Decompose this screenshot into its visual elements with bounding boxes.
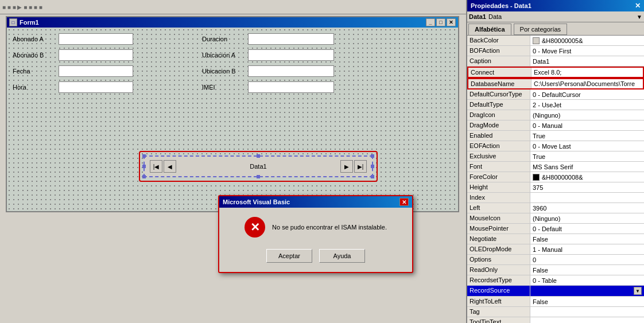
maximize-button[interactable]: □	[436, 18, 445, 26]
input-abonado-b[interactable]	[59, 49, 133, 61]
label-imei: IMEI	[202, 84, 248, 91]
form-icon: □	[9, 18, 17, 26]
handle-br[interactable]	[371, 175, 374, 178]
nav-last-button[interactable]: ▶|	[354, 160, 367, 173]
tab-alphabetic[interactable]: Alfabética	[468, 24, 511, 35]
prop-name-left: Left	[467, 203, 530, 213]
prop-row-tag: Tag	[467, 307, 644, 317]
input-duracion[interactable]	[248, 33, 334, 45]
prop-value-left: 3960	[530, 203, 644, 213]
prop-value-mousepointer: 0 - Default	[530, 224, 644, 234]
handle-tl[interactable]	[142, 154, 146, 158]
prop-name-eofaction: EOFAction	[467, 141, 530, 151]
handle-tr[interactable]	[371, 154, 374, 158]
input-imei[interactable]	[248, 81, 334, 93]
form-row-3: Fecha Ubicacion B	[13, 65, 452, 77]
prop-name-righttoleft: RightToLeft	[467, 297, 530, 306]
accept-button[interactable]: Aceptar	[266, 249, 312, 263]
dialog-message-row: ✕ No se pudo encontrar el ISAM instalabl…	[245, 217, 387, 238]
prop-row-defaultcursortype: DefaultCursorType 0 - DefaultCursor	[467, 89, 644, 100]
toolbar-placeholder: ■ ■ ■ ▶ ■ ■ ■ ■	[2, 4, 42, 10]
handle-bl[interactable]	[142, 175, 146, 178]
tab-categories[interactable]: Por categorías	[514, 24, 568, 35]
prop-value-dragicon: (Ninguno)	[530, 110, 644, 120]
nav-next-button[interactable]: ▶	[340, 160, 353, 173]
prop-name-negotiate: Negotiate	[467, 234, 530, 244]
form-title-left: □ Form1	[9, 18, 39, 26]
prop-name-tooltiptext: ToolTipText	[467, 317, 530, 323]
prop-row-options: Options 0	[467, 255, 644, 265]
input-ubicacion-b[interactable]	[248, 65, 334, 77]
object-type: Data	[488, 13, 502, 20]
prop-value-backcolor: &H80000005&	[530, 36, 644, 45]
label-abonado-b: Abonado B	[13, 52, 59, 59]
prop-row-righttoleft: RightToLeft False	[467, 297, 644, 307]
dialog-message: No se pudo encontrar el ISAM instalable.	[272, 224, 387, 231]
backcolor-swatch	[533, 37, 540, 44]
data-control-container: |◀ ◀ Data1 ▶ ▶|	[139, 151, 378, 182]
input-abonado-a[interactable]	[59, 33, 133, 45]
data-control[interactable]: |◀ ◀ Data1 ▶ ▶|	[143, 155, 373, 177]
prop-row-caption: Caption Data1	[467, 56, 644, 67]
recordsource-dropdown[interactable]: ▼	[634, 287, 642, 295]
properties-header: Propiedades - Data1 ✕	[467, 0, 644, 11]
prop-name-tag: Tag	[467, 307, 530, 317]
handle-bm[interactable]	[257, 175, 260, 178]
prop-name-exclusive: Exclusive	[467, 151, 530, 161]
prop-row-left: Left 3960	[467, 203, 644, 213]
prop-value-tag	[530, 307, 644, 317]
object-selector-arrow[interactable]: ▼	[637, 14, 642, 20]
prop-value-bofaction: 0 - Move First	[530, 46, 644, 56]
prop-name-forecolor: ForeColor	[467, 172, 530, 182]
nav-first-button[interactable]: |◀	[150, 160, 162, 173]
prop-row-eofaction: EOFAction 0 - Move Last	[467, 141, 644, 151]
properties-tabs: Alfabética Por categorías	[467, 22, 644, 36]
data-control-label: Data1	[177, 163, 340, 170]
prop-row-dragmode: DragMode 0 - Manual	[467, 120, 644, 131]
prop-value-readonly: False	[530, 265, 644, 275]
prop-name-dragmode: DragMode	[467, 120, 530, 130]
properties-close-button[interactable]: ✕	[635, 2, 641, 10]
prop-value-databasename[interactable]: C:\Users\Personal\Documents\Torre	[532, 79, 643, 88]
object-selector[interactable]: Data1 Data ▼	[467, 11, 644, 22]
prop-name-font: Font	[467, 162, 530, 172]
help-button[interactable]: Ayuda	[319, 249, 365, 263]
properties-panel: Propiedades - Data1 ✕ Data1 Data ▼ Alfab…	[466, 0, 644, 323]
nav-prev-button[interactable]: ◀	[164, 160, 176, 173]
prop-row-connect: Connect Excel 8.0;	[467, 67, 644, 78]
prop-value-negotiate: False	[530, 234, 644, 244]
prop-value-recordsource[interactable]: ▼	[530, 286, 644, 296]
prop-row-defaulttype: DefaultType 2 - UseJet	[467, 100, 644, 110]
vb-form-window: □ Form1 _ □ ✕ Abonado A Duracion Abonado…	[6, 16, 459, 212]
forecolor-swatch	[533, 174, 540, 181]
input-fecha[interactable]	[59, 65, 133, 77]
prop-row-height: Height 375	[467, 182, 644, 193]
input-ubicacion-a[interactable]	[248, 49, 334, 61]
label-duracion: Duracion	[202, 36, 248, 42]
prop-name-height: Height	[467, 182, 530, 192]
handle-tm[interactable]	[257, 154, 260, 158]
input-hora[interactable]	[59, 81, 133, 93]
titlebar-buttons[interactable]: _ □ ✕	[426, 18, 456, 26]
prop-value-connect[interactable]: Excel 8.0;	[532, 68, 643, 77]
prop-row-dragicon: DragIcon (Ninguno)	[467, 110, 644, 120]
prop-value-tooltiptext	[530, 317, 644, 323]
prop-row-readonly: ReadOnly False	[467, 265, 644, 275]
properties-title: Propiedades - Data1	[471, 2, 532, 9]
form-row-1: Abonado A Duracion	[13, 33, 452, 45]
prop-name-mousepointer: MousePointer	[467, 224, 530, 234]
handle-mr[interactable]	[371, 165, 374, 168]
dialog-close-button[interactable]: ✕	[399, 198, 409, 206]
prop-row-databasename: DatabaseName C:\Users\Personal\Documents…	[467, 78, 644, 89]
prop-row-oledropmode: OLEDropMode 1 - Manual	[467, 244, 644, 255]
minimize-button[interactable]: _	[426, 18, 435, 26]
prop-value-enabled: True	[530, 131, 644, 141]
prop-value-height: 375	[530, 182, 644, 192]
prop-row-tooltiptext: ToolTipText	[467, 317, 644, 323]
prop-value-recordsettype: 0 - Table	[530, 275, 644, 285]
handle-ml[interactable]	[142, 165, 146, 168]
close-button[interactable]: ✕	[447, 18, 456, 26]
prop-name-oledropmode: OLEDropMode	[467, 244, 530, 254]
label-ubicacion-b: Ubicacion B	[202, 68, 248, 75]
prop-row-bofaction: BOFAction 0 - Move First	[467, 46, 644, 56]
